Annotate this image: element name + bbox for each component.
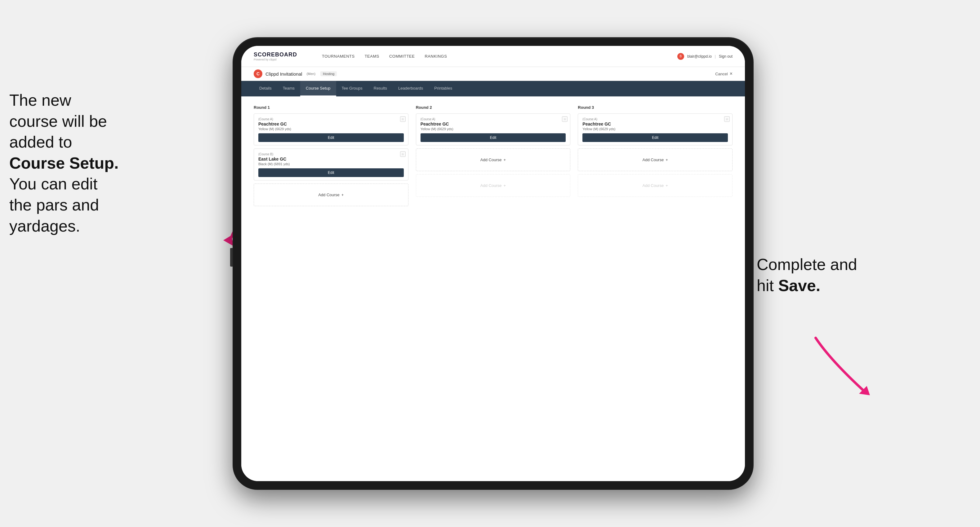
round-1-course-b-tee: Black (M) (6891 yds)	[258, 162, 404, 166]
cancel-button[interactable]: Cancel ×	[715, 71, 732, 76]
tab-teams[interactable]: Teams	[277, 81, 300, 97]
round-2-course-a-name: Peachtree GC	[420, 122, 566, 127]
nav-link-rankings[interactable]: RANKINGS	[425, 54, 447, 59]
round-2-add-course-disabled-btn: Add Course +	[416, 174, 571, 197]
round-1-course-b-label: (Course B)	[258, 152, 404, 156]
round-1-course-a-delete-btn[interactable]: ○	[400, 116, 406, 122]
round-2-column: Round 2 ○ (Course A) Peachtree GC Yellow…	[416, 105, 571, 209]
round-1-course-b-name: East Lake GC	[258, 157, 404, 162]
tournament-title: C Clippd Invitational (Men) Hosting	[254, 70, 337, 78]
nav-right: B blair@clippd.io | Sign out	[677, 53, 732, 60]
tab-results[interactable]: Results	[368, 81, 393, 97]
round-1-add-course-btn[interactable]: Add Course +	[254, 184, 409, 206]
round-2-add-course-btn[interactable]: Add Course +	[416, 149, 571, 171]
round-2-course-a-card: ○ (Course A) Peachtree GC Yellow (M) (66…	[416, 113, 571, 145]
nav-brand: SCOREBOARD Powered by clippd	[254, 51, 297, 61]
user-avatar: B	[677, 53, 684, 60]
round-1-course-b-delete-btn[interactable]: ○	[400, 151, 406, 157]
annotation-left-bold: Course Setup.	[9, 154, 119, 172]
tab-printables[interactable]: Printables	[429, 81, 458, 97]
round-1-header: Round 1	[254, 105, 409, 110]
tablet-frame: SCOREBOARD Powered by clippd TOURNAMENTS…	[232, 37, 754, 490]
scoreboard-title: SCOREBOARD	[254, 51, 297, 58]
tablet-screen: SCOREBOARD Powered by clippd TOURNAMENTS…	[241, 46, 745, 481]
round-1-add-course-label: Add Course +	[318, 192, 344, 197]
rounds-grid: Round 1 ○ (Course A) Peachtree GC Yellow…	[254, 105, 732, 209]
round-1-course-a-label: (Course A)	[258, 117, 404, 121]
tournament-bar: C Clippd Invitational (Men) Hosting Canc…	[241, 67, 745, 81]
round-3-course-a-delete-btn[interactable]: ○	[724, 116, 730, 122]
round-3-header: Round 3	[578, 105, 732, 110]
round-3-add-course-label: Add Course +	[643, 157, 668, 162]
round-2-course-a-delete-btn[interactable]: ○	[562, 116, 568, 122]
round-1-course-a-tee: Yellow (M) (6629 yds)	[258, 127, 404, 131]
app-content: SCOREBOARD Powered by clippd TOURNAMENTS…	[241, 46, 745, 481]
round-1-course-a-name: Peachtree GC	[258, 122, 404, 127]
annotation-right: Complete and hit Save.	[757, 254, 918, 296]
round-1-course-a-card: ○ (Course A) Peachtree GC Yellow (M) (66…	[254, 113, 409, 145]
powered-by-text: Powered by clippd	[254, 58, 297, 61]
round-3-course-a-edit-btn[interactable]: Edit	[582, 133, 728, 142]
annotation-left: The new course will be added to Course S…	[9, 90, 211, 237]
round-3-course-a-card: ○ (Course A) Peachtree GC Yellow (M) (66…	[578, 113, 732, 145]
annotation-right-bold: Save.	[778, 276, 820, 295]
tab-leaderboards[interactable]: Leaderboards	[393, 81, 429, 97]
nav-links: TOURNAMENTS TEAMS COMMITTEE RANKINGS	[322, 54, 447, 59]
nav-link-committee[interactable]: COMMITTEE	[389, 54, 415, 59]
round-2-header: Round 2	[416, 105, 571, 110]
tab-bar: Details Teams Course Setup Tee Groups Re…	[241, 81, 745, 97]
arrow-right	[810, 332, 884, 400]
round-3-add-course-disabled-btn: Add Course +	[578, 174, 732, 197]
round-2-add-course-label: Add Course +	[480, 157, 506, 162]
round-3-add-course-disabled-label: Add Course +	[643, 183, 668, 188]
round-1-course-b-edit-btn[interactable]: Edit	[258, 168, 404, 177]
round-3-column: Round 3 ○ (Course A) Peachtree GC Yellow…	[578, 105, 732, 209]
hosting-badge: Hosting	[320, 71, 337, 76]
nav-link-tournaments[interactable]: TOURNAMENTS	[322, 54, 355, 59]
tab-tee-groups[interactable]: Tee Groups	[336, 81, 368, 97]
tab-details[interactable]: Details	[254, 81, 277, 97]
round-1-course-b-card: ○ (Course B) East Lake GC Black (M) (689…	[254, 149, 409, 181]
round-3-course-a-tee: Yellow (M) (6629 yds)	[582, 127, 728, 131]
tab-course-setup[interactable]: Course Setup	[300, 81, 336, 97]
tournament-gender: (Men)	[306, 72, 315, 76]
sign-out-link[interactable]: Sign out	[719, 54, 732, 59]
tablet-side-button	[230, 248, 232, 267]
main-content: Round 1 ○ (Course A) Peachtree GC Yellow…	[241, 97, 745, 481]
c-logo-icon: C	[254, 70, 262, 78]
user-email: blair@clippd.io	[687, 54, 712, 59]
top-nav: SCOREBOARD Powered by clippd TOURNAMENTS…	[241, 46, 745, 67]
round-1-course-a-edit-btn[interactable]: Edit	[258, 133, 404, 142]
round-2-course-a-tee: Yellow (M) (6629 yds)	[420, 127, 566, 131]
nav-link-teams[interactable]: TEAMS	[365, 54, 379, 59]
round-2-course-a-label: (Course A)	[420, 117, 566, 121]
round-2-course-a-edit-btn[interactable]: Edit	[420, 133, 566, 142]
scoreboard-logo: SCOREBOARD Powered by clippd	[254, 51, 297, 61]
round-3-course-a-label: (Course A)	[582, 117, 728, 121]
round-3-add-course-btn[interactable]: Add Course +	[578, 149, 732, 171]
tournament-name: Clippd Invitational	[266, 71, 302, 76]
round-2-add-course-disabled-label: Add Course +	[480, 183, 506, 188]
round-1-column: Round 1 ○ (Course A) Peachtree GC Yellow…	[254, 105, 409, 209]
round-3-course-a-name: Peachtree GC	[582, 122, 728, 127]
